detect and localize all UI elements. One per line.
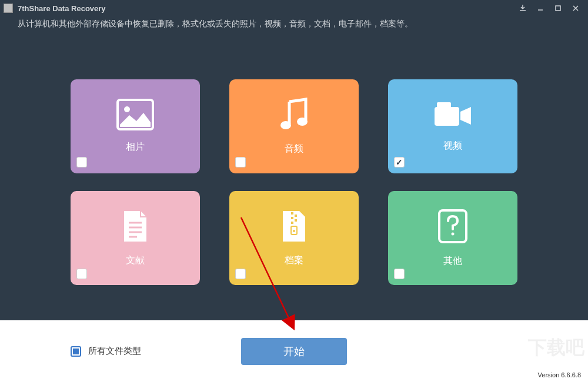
maximize-button[interactable] [549,2,567,15]
app-title: 7thShare Data Recovery [18,4,514,13]
card-other-checkbox[interactable] [394,269,405,279]
card-archive-label: 档案 [285,254,303,267]
svg-rect-14 [291,217,293,219]
version-label: Version 6.6.6.8 [538,371,581,378]
card-photo-label: 相片 [126,141,145,153]
archive-icon [279,209,309,246]
question-icon [437,208,469,247]
svg-rect-6 [435,107,459,126]
card-archive[interactable]: 档案 [229,191,359,285]
footer-bar: 所有文件类型 开始 Version 6.6.6.8 [0,320,588,382]
all-file-types[interactable]: 所有文件类型 [71,346,141,357]
app-subtitle: 从计算机和其他外部存储设备中恢复已删除，格式化或丢失的照片，视频，音频，文档，电… [0,16,588,38]
card-audio-checkbox[interactable] [235,157,246,167]
svg-point-5 [297,118,308,126]
download-button[interactable] [514,2,532,15]
svg-point-3 [124,106,130,112]
card-archive-checkbox[interactable] [235,269,246,279]
document-icon [121,209,150,246]
card-document-label: 文献 [126,254,145,267]
svg-rect-7 [437,102,451,109]
svg-rect-12 [291,212,293,215]
svg-point-20 [452,233,455,236]
card-photo-checkbox[interactable] [76,157,87,167]
svg-point-18 [293,230,295,232]
card-audio[interactable]: 音频 [229,79,359,173]
photo-icon [116,99,154,133]
card-other[interactable]: 其他 [388,191,517,285]
title-bar: 7thShare Data Recovery [0,0,588,16]
all-types-checkbox[interactable] [71,346,81,357]
svg-rect-13 [295,215,297,217]
card-document[interactable]: 文献 [71,191,200,285]
svg-rect-1 [556,6,560,11]
minimize-button[interactable] [532,2,549,15]
card-video-label: 视频 [443,140,462,152]
app-icon [4,4,13,13]
main-area: 相片 音频 [0,38,588,320]
video-camera-icon [432,100,473,132]
start-button[interactable]: 开始 [241,338,347,365]
close-button[interactable] [567,2,584,15]
card-video[interactable]: 视频 [388,79,517,173]
svg-rect-15 [295,219,297,222]
card-document-checkbox[interactable] [76,269,87,279]
card-photo[interactable]: 相片 [71,79,200,173]
svg-point-4 [280,121,291,129]
music-note-icon [278,97,310,135]
all-types-label: 所有文件类型 [88,346,141,357]
card-other-label: 其他 [443,255,462,267]
card-audio-label: 音频 [285,143,303,155]
card-video-checkbox[interactable] [394,157,405,167]
start-button-label: 开始 [283,344,305,358]
svg-rect-16 [291,222,293,224]
